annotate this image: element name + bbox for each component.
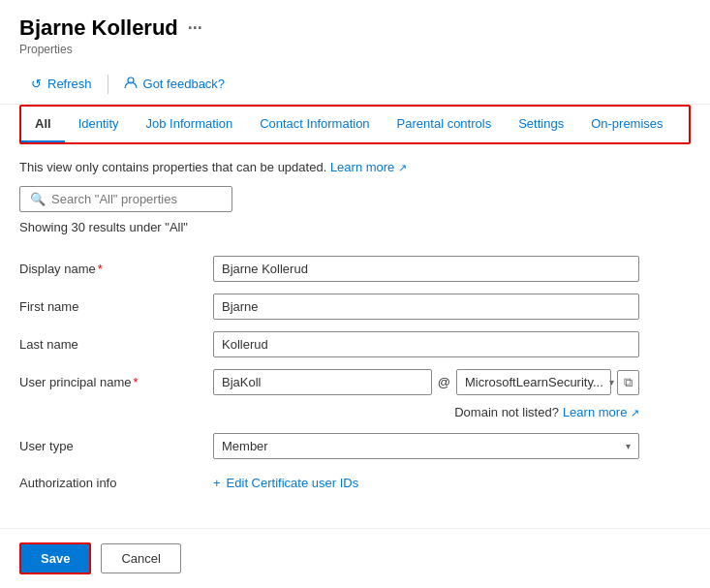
display-name-field <box>213 250 639 288</box>
toolbar-divider <box>108 75 108 94</box>
last-name-label: Last name <box>19 325 213 363</box>
display-name-input[interactable] <box>213 256 639 282</box>
domain-hint-row: Domain not listed? Learn more ↗ <box>213 401 639 427</box>
edit-certificate-button[interactable]: + Edit Certificate user IDs <box>213 476 358 490</box>
tab-parental-controls[interactable]: Parental controls <box>384 107 506 142</box>
search-input[interactable] <box>51 192 222 206</box>
tab-identity[interactable]: Identity <box>65 107 133 142</box>
copy-icon: ⧉ <box>624 375 633 389</box>
info-text: This view only contains properties that … <box>19 160 691 174</box>
tab-all[interactable]: All <box>21 107 65 142</box>
user-type-value: Member <box>222 439 620 453</box>
user-name: Bjarne Kollerud <box>19 15 178 41</box>
tab-on-premises[interactable]: On-premises <box>577 107 676 142</box>
user-type-chevron-icon: ▾ <box>626 441 631 451</box>
upn-domain-dropdown[interactable]: MicrosoftLearnSecurity... ▾ <box>456 369 611 395</box>
user-type-label: User type <box>19 427 213 465</box>
header: Bjarne Kollerud ··· Properties <box>0 0 710 64</box>
save-button[interactable]: Save <box>19 542 91 574</box>
edit-certificate-label: Edit Certificate user IDs <box>227 476 359 490</box>
search-box: 🔍 <box>19 186 232 212</box>
cancel-button[interactable]: Cancel <box>101 543 180 573</box>
form-grid: Display name * First name Last name <box>19 250 639 500</box>
more-options-icon[interactable]: ··· <box>188 18 202 39</box>
external-link-icon: ↗ <box>398 162 407 174</box>
content: This view only contains properties that … <box>0 144 710 528</box>
page-container: Bjarne Kollerud ··· Properties ↺ Refresh… <box>0 0 710 588</box>
first-name-input[interactable] <box>213 294 639 320</box>
upn-username-input[interactable] <box>213 369 432 395</box>
domain-external-link-icon: ↗ <box>631 407 639 419</box>
footer: Save Cancel <box>0 528 710 588</box>
upn-label: User principal name * <box>19 363 213 401</box>
copy-button[interactable]: ⧉ <box>617 370 639 395</box>
refresh-label: Refresh <box>47 77 92 91</box>
page-subtitle: Properties <box>19 43 691 56</box>
first-name-field <box>213 288 639 325</box>
chevron-down-icon: ▾ <box>609 377 614 387</box>
refresh-button[interactable]: ↺ Refresh <box>19 71 104 97</box>
domain-hint-empty <box>19 401 213 427</box>
tab-contact-information[interactable]: Contact Information <box>246 107 383 142</box>
learn-more-link[interactable]: Learn more ↗ <box>330 160 407 174</box>
upn-required-asterisk: * <box>134 375 139 389</box>
upn-at-symbol: @ <box>438 375 450 389</box>
last-name-field <box>213 325 639 363</box>
tab-job-information[interactable]: Job Information <box>133 107 247 142</box>
required-asterisk: * <box>98 262 103 276</box>
feedback-label: Got feedback? <box>143 77 226 91</box>
tabs: All Identity Job Information Contact Inf… <box>21 107 689 142</box>
upn-field: @ MicrosoftLearnSecurity... ▾ ⧉ <box>213 363 639 401</box>
user-type-field: Member ▾ <box>213 427 639 465</box>
tab-settings[interactable]: Settings <box>505 107 577 142</box>
refresh-icon: ↺ <box>31 77 42 91</box>
toolbar: ↺ Refresh Got feedback? <box>0 64 710 105</box>
upn-input-group: @ MicrosoftLearnSecurity... ▾ ⧉ <box>213 369 639 395</box>
first-name-label: First name <box>19 288 213 325</box>
page-title: Bjarne Kollerud ··· <box>19 15 691 41</box>
auth-info-field: + Edit Certificate user IDs <box>213 465 639 500</box>
upn-domain-text: MicrosoftLearnSecurity... <box>465 375 603 389</box>
feedback-icon <box>124 76 138 92</box>
domain-learn-more-link[interactable]: Learn more ↗ <box>563 405 639 419</box>
tabs-container: All Identity Job Information Contact Inf… <box>19 105 691 144</box>
last-name-input[interactable] <box>213 331 639 357</box>
auth-info-label: Authorization info <box>19 465 213 500</box>
plus-icon: + <box>213 476 221 490</box>
search-icon: 🔍 <box>30 192 46 206</box>
display-name-label: Display name * <box>19 250 213 288</box>
user-type-dropdown[interactable]: Member ▾ <box>213 433 639 459</box>
results-text: Showing 30 results under "All" <box>19 220 691 234</box>
feedback-button[interactable]: Got feedback? <box>112 70 237 98</box>
